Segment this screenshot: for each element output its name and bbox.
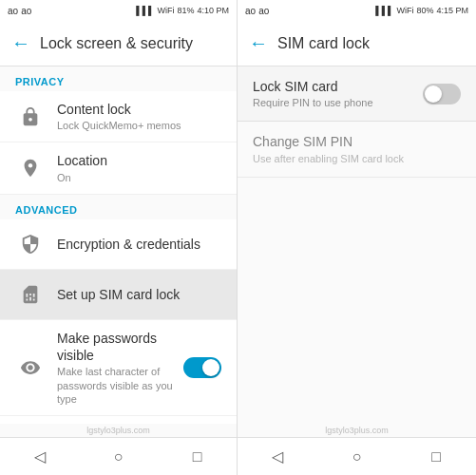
content-lock-subtitle: Lock QuickMemo+ memos — [57, 119, 221, 132]
ao-label-left: ao — [21, 6, 31, 16]
back-button-right[interactable]: ← — [249, 32, 268, 54]
left-header: ← Lock screen & security — [0, 21, 237, 66]
passwords-text: Make passwords visible Make last charact… — [57, 330, 183, 406]
right-status-left: ao ao — [245, 6, 269, 16]
time-right: 4:15 PM — [436, 6, 468, 15]
lock-sim-title: Lock SIM card — [253, 78, 423, 95]
carrier-left: ao — [8, 6, 18, 16]
content-lock-text: Content lock Lock QuickMemo+ memos — [57, 101, 221, 132]
battery-right: 80% — [416, 6, 433, 15]
change-pin-subtitle: Use after enabling SIM card lock — [253, 152, 461, 165]
carrier-right: ao — [245, 6, 256, 16]
content-lock-icon — [15, 102, 46, 132]
right-bottom-nav: ◁ ○ □ — [238, 437, 476, 475]
sim-item-pin[interactable]: Change SIM PIN Use after enabling SIM ca… — [238, 122, 476, 177]
left-panel: ao ao ▌▌▌ WiFi 81% 4:10 PM ← Lock screen… — [0, 0, 238, 475]
lock-sim-text: Lock SIM card Require PIN to use phone — [253, 78, 423, 109]
left-content: PRIVACY Content lock Lock QuickMemo+ mem… — [0, 66, 237, 424]
passwords-toggle[interactable] — [183, 357, 221, 378]
left-bottom-nav: ◁ ○ □ — [0, 437, 237, 475]
menu-item-encryption[interactable]: Encryption & credentials — [0, 219, 237, 270]
sim-lock-text: Set up SIM card lock — [57, 286, 221, 303]
section-label-privacy: PRIVACY — [0, 66, 237, 91]
menu-item-phone-admin[interactable]: Phone administrators View or deactivate … — [0, 416, 237, 424]
back-button-left[interactable]: ← — [11, 32, 30, 54]
menu-item-passwords[interactable]: Make passwords visible Make last charact… — [0, 320, 237, 416]
menu-item-location[interactable]: Location On — [0, 142, 237, 194]
right-status-bar: ao ao ▌▌▌ WiFi 80% 4:15 PM — [238, 0, 476, 21]
location-title: Location — [57, 152, 221, 169]
passwords-subtitle: Make last character of passwords visible… — [57, 365, 183, 406]
right-status-right: ▌▌▌ WiFi 80% 4:15 PM — [375, 6, 468, 15]
left-header-title: Lock screen & security — [40, 35, 193, 52]
wifi-right: WiFi — [396, 6, 413, 15]
status-right-left: ▌▌▌ WiFi 81% 4:10 PM — [136, 6, 229, 15]
ao-label-right: ao — [258, 6, 269, 16]
encryption-icon — [15, 229, 46, 259]
content-lock-title: Content lock — [57, 101, 221, 118]
right-header: ← SIM card lock — [238, 21, 476, 66]
right-content: Lock SIM card Require PIN to use phone C… — [238, 66, 476, 424]
nav-recents-left[interactable]: □ — [174, 438, 221, 476]
encryption-title: Encryption & credentials — [57, 236, 221, 253]
nav-home-left[interactable]: ○ — [95, 438, 143, 476]
nav-recents-right[interactable]: □ — [412, 438, 460, 476]
right-watermark: lgstylo3plus.com — [238, 424, 476, 437]
nav-back-right[interactable]: ◁ — [254, 438, 301, 476]
left-status-bar: ao ao ▌▌▌ WiFi 81% 4:10 PM — [0, 0, 237, 21]
lock-sim-subtitle: Require PIN to use phone — [253, 96, 423, 109]
sim-icon — [15, 279, 46, 310]
nav-back-left[interactable]: ◁ — [16, 438, 64, 476]
sim-lock-title: Set up SIM card lock — [57, 286, 221, 303]
time-left: 4:10 PM — [197, 6, 229, 15]
signal-right: ▌▌▌ — [375, 6, 393, 15]
change-pin-text: Change SIM PIN Use after enabling SIM ca… — [253, 133, 461, 164]
sim-item-lock[interactable]: Lock SIM card Require PIN to use phone — [238, 66, 476, 122]
eye-icon — [15, 352, 46, 383]
change-pin-title: Change SIM PIN — [253, 133, 461, 150]
menu-item-sim-lock[interactable]: Set up SIM card lock — [0, 270, 237, 320]
location-icon — [15, 153, 46, 183]
battery-left: 81% — [177, 6, 194, 15]
right-header-title: SIM card lock — [277, 35, 370, 52]
lock-sim-toggle[interactable] — [423, 84, 461, 104]
encryption-text: Encryption & credentials — [57, 236, 221, 253]
wifi-left: WiFi — [157, 6, 174, 15]
nav-home-right[interactable]: ○ — [333, 438, 380, 476]
status-left: ao ao — [8, 6, 31, 16]
section-label-advanced: ADVANCED — [0, 195, 237, 219]
right-panel: ao ao ▌▌▌ WiFi 80% 4:15 PM ← SIM card lo… — [238, 0, 476, 475]
location-subtitle: On — [57, 171, 221, 184]
signal-left: ▌▌▌ — [136, 6, 154, 15]
passwords-title: Make passwords visible — [57, 330, 183, 364]
location-text: Location On — [57, 152, 221, 183]
left-watermark: lgstylo3plus.com — [0, 424, 237, 437]
menu-item-content-lock[interactable]: Content lock Lock QuickMemo+ memos — [0, 91, 237, 142]
